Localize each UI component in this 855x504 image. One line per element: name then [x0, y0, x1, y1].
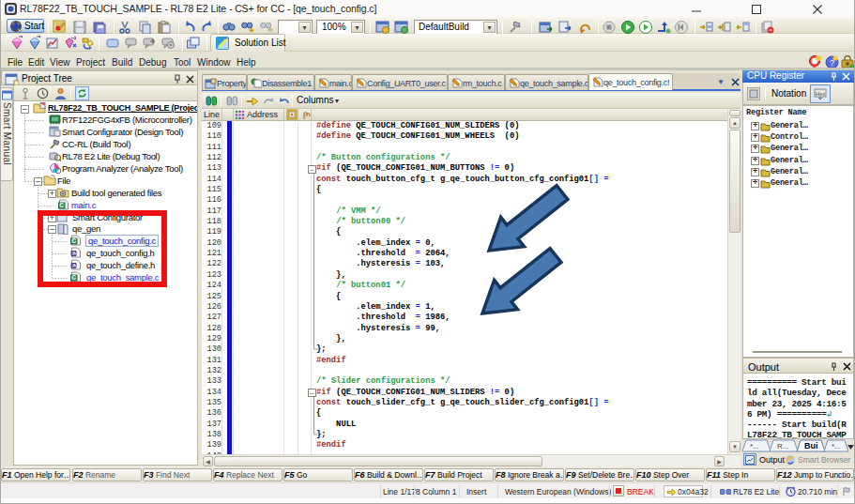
svg-text:Hex: Hex [816, 91, 826, 97]
svg-text:*...: *... [750, 442, 759, 451]
svg-text:R...: R... [777, 442, 788, 451]
svg-text:Bui: Bui [804, 441, 818, 451]
svg-text:*...: *... [832, 442, 841, 451]
svg-text:C: C [71, 237, 76, 244]
svg-text:C: C [71, 274, 76, 281]
svg-text:C: C [59, 202, 64, 208]
